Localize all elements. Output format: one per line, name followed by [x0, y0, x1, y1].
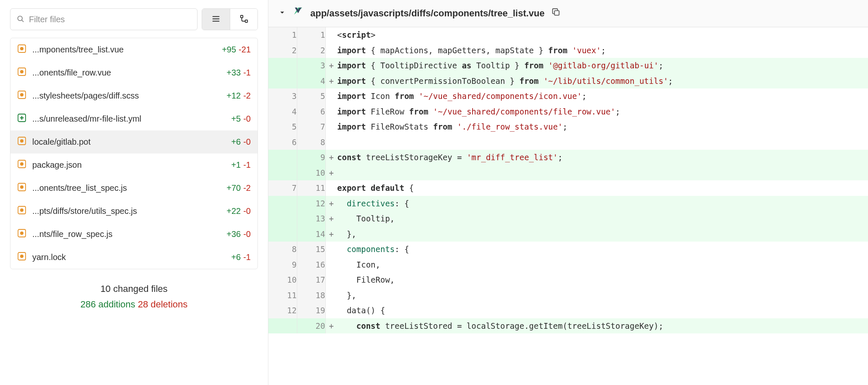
- file-row[interactable]: ...pts/diffs/store/utils_spec.js+22-0: [10, 200, 257, 223]
- file-additions: +12: [226, 91, 241, 101]
- old-line-number[interactable]: [268, 165, 297, 181]
- old-line-number[interactable]: 10: [268, 272, 297, 288]
- filter-input[interactable]: [29, 15, 191, 24]
- file-name: locale/gitlab.pot: [32, 137, 227, 147]
- old-line-number[interactable]: 8: [268, 242, 297, 257]
- file-name: yarn.lock: [32, 252, 227, 262]
- new-line-number[interactable]: 17: [297, 272, 325, 288]
- old-line-number[interactable]: 9: [268, 257, 297, 273]
- diff-sign: [325, 242, 337, 257]
- old-line-number[interactable]: 11: [268, 288, 297, 303]
- file-modified-icon: [17, 252, 32, 263]
- file-name: ...onents/tree_list_spec.js: [32, 183, 222, 193]
- diff-line: 1017 FileRow,: [268, 272, 868, 288]
- new-line-number[interactable]: 10: [297, 165, 325, 181]
- file-additions: +5: [231, 114, 241, 124]
- new-line-number[interactable]: 12: [297, 196, 325, 211]
- list-view-toggle[interactable]: [202, 9, 230, 30]
- new-line-number[interactable]: 19: [297, 303, 325, 318]
- old-line-number[interactable]: [268, 150, 297, 165]
- diff-code: data() {: [337, 303, 868, 318]
- diff-code: [337, 135, 868, 150]
- new-line-number[interactable]: 6: [297, 104, 325, 120]
- svg-point-10: [20, 70, 23, 73]
- old-line-number[interactable]: [268, 73, 297, 89]
- new-line-number[interactable]: 4: [297, 73, 325, 89]
- svg-point-23: [20, 208, 23, 212]
- diff-sign: +: [325, 211, 337, 226]
- file-modified-icon: [17, 90, 32, 101]
- new-line-number[interactable]: 11: [297, 180, 325, 196]
- file-row[interactable]: ...onents/file_row.vue+33-1: [10, 61, 257, 84]
- filter-input-wrap[interactable]: [10, 8, 198, 30]
- deletions-count: 28 deletions: [138, 299, 188, 310]
- new-line-number[interactable]: 13: [297, 211, 325, 226]
- diff-sign: [325, 27, 337, 43]
- new-line-number[interactable]: 20: [297, 318, 325, 334]
- file-row[interactable]: ...s/unreleased/mr-file-list.yml+5-0: [10, 107, 257, 130]
- old-line-number[interactable]: 1: [268, 27, 297, 43]
- diff-code: import { convertPermissionToBoolean } fr…: [337, 73, 868, 89]
- file-modified-icon: [17, 159, 32, 171]
- changed-files-count: 10 changed files: [10, 281, 258, 297]
- file-row[interactable]: ...nts/file_row_spec.js+36-0: [10, 223, 257, 246]
- diff-sign: [325, 119, 337, 135]
- new-line-number[interactable]: 16: [297, 257, 325, 273]
- file-tree-sidebar: ...mponents/tree_list.vue+95-21...onents…: [0, 0, 268, 385]
- file-row[interactable]: locale/gitlab.pot+6-0: [10, 130, 257, 153]
- old-line-number[interactable]: 6: [268, 135, 297, 150]
- file-row[interactable]: ...stylesheets/pages/diff.scss+12-2: [10, 84, 257, 107]
- new-line-number[interactable]: 8: [297, 135, 325, 150]
- old-line-number[interactable]: 12: [268, 303, 297, 318]
- svg-rect-5: [240, 15, 243, 18]
- old-line-number[interactable]: 3: [268, 88, 297, 104]
- file-deletions: -2: [243, 183, 251, 193]
- collapse-diff-toggle[interactable]: [278, 8, 286, 19]
- file-deletions: -2: [243, 91, 251, 101]
- new-line-number[interactable]: 18: [297, 288, 325, 303]
- diff-code: components: {: [337, 242, 868, 257]
- new-line-number[interactable]: 7: [297, 119, 325, 135]
- diff-sign: [325, 135, 337, 150]
- file-name: ...onents/file_row.vue: [32, 68, 222, 78]
- old-line-number[interactable]: [268, 211, 297, 226]
- tree-view-toggle[interactable]: [230, 9, 257, 30]
- diff-line: 1118 },: [268, 288, 868, 303]
- new-line-number[interactable]: 2: [297, 43, 325, 58]
- svg-point-19: [20, 162, 23, 166]
- copy-path-button[interactable]: [551, 8, 561, 19]
- diff-line: 68: [268, 135, 868, 150]
- new-line-number[interactable]: 3: [297, 58, 325, 73]
- old-line-number[interactable]: [268, 58, 297, 73]
- diff-line: 35import Icon from '~/vue_shared/compone…: [268, 88, 868, 104]
- diff-line: 711export default {: [268, 180, 868, 196]
- old-line-number[interactable]: 7: [268, 180, 297, 196]
- diff-code: <script>: [337, 27, 868, 43]
- old-line-number[interactable]: 2: [268, 43, 297, 58]
- old-line-number[interactable]: [268, 226, 297, 242]
- diff-body[interactable]: 11<script>22import { mapActions, mapGett…: [268, 27, 868, 385]
- new-line-number[interactable]: 14: [297, 226, 325, 242]
- old-line-number[interactable]: 5: [268, 119, 297, 135]
- old-line-number[interactable]: [268, 196, 297, 211]
- file-additions: +95: [222, 45, 236, 55]
- old-line-number[interactable]: [268, 318, 297, 334]
- new-line-number[interactable]: 15: [297, 242, 325, 257]
- file-row[interactable]: ...onents/tree_list_spec.js+70-2: [10, 177, 257, 200]
- vue-file-icon: [293, 8, 304, 19]
- new-line-number[interactable]: 9: [297, 150, 325, 165]
- file-row[interactable]: package.json+1-1: [10, 153, 257, 177]
- diff-line: 20+ const treeListStored = localStorage.…: [268, 318, 868, 334]
- diff-sign: +: [325, 226, 337, 242]
- diff-code: Tooltip,: [337, 211, 868, 226]
- file-row[interactable]: ...mponents/tree_list.vue+95-21: [10, 38, 257, 61]
- diff-code: },: [337, 288, 868, 303]
- new-line-number[interactable]: 1: [297, 27, 325, 43]
- old-line-number[interactable]: 4: [268, 104, 297, 120]
- hamburger-icon: [211, 14, 221, 25]
- file-row[interactable]: yarn.lock+6-1: [10, 246, 257, 269]
- file-deletions: -0: [243, 206, 251, 216]
- new-line-number[interactable]: 5: [297, 88, 325, 104]
- file-additions: +6: [231, 137, 241, 147]
- file-additions: +6: [231, 252, 241, 262]
